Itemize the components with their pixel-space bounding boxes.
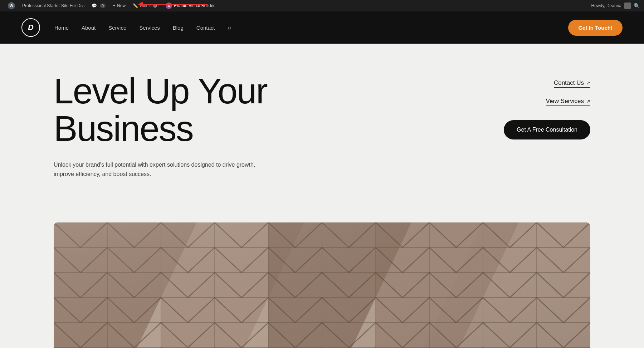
new-item[interactable]: + New (109, 0, 129, 11)
building-image (54, 222, 590, 348)
user-avatar (624, 3, 631, 9)
comment-count: 0 (100, 4, 106, 8)
nav-links: Home About Service Services Blog Contact… (54, 24, 231, 31)
enable-visual-builder-item[interactable]: D Enable Visual Builder (162, 0, 218, 11)
consultation-button[interactable]: Get A Free Consultation (504, 120, 590, 139)
hero-title: Level Up Your Business (54, 72, 333, 147)
enable-visual-builder-label: Enable Visual Builder (174, 3, 215, 8)
comment-icon: 💬 (92, 3, 97, 8)
nav-link-blog[interactable]: Blog (173, 25, 184, 31)
nav-link-contact[interactable]: Contact (196, 25, 215, 31)
nav-cta-button[interactable]: Get In Touch! (568, 20, 623, 36)
nav-bar: D Home About Service Services Blog Conta… (0, 11, 644, 44)
hero-subtitle: Unlock your brand's full potential with … (54, 160, 268, 178)
admin-bar: W Professional Starter Site For Divi 💬 0… (0, 0, 644, 11)
svg-rect-21 (54, 222, 590, 348)
site-title-label: Professional Starter Site For Divi (22, 3, 84, 8)
view-services-link[interactable]: View Services ↗ (546, 98, 590, 106)
view-services-arrow-icon: ↗ (586, 98, 590, 104)
wp-admin-item[interactable]: W (4, 0, 19, 11)
nav-search-icon[interactable]: ⌕ (228, 24, 231, 31)
admin-bar-left: W Professional Starter Site For Divi 💬 0… (4, 0, 591, 11)
divi-logo-icon: D (21, 18, 40, 37)
site-title-item[interactable]: Professional Starter Site For Divi (19, 0, 88, 11)
plus-icon: + (113, 3, 115, 8)
hero-right: Contact Us ↗ View Services ↗ Get A Free … (490, 72, 590, 139)
new-label: New (117, 3, 126, 8)
building-svg (54, 222, 590, 348)
hero-section: Level Up Your Business Unlock your brand… (0, 44, 644, 205)
wp-icon: W (8, 2, 15, 9)
nav-link-home[interactable]: Home (54, 25, 69, 31)
nav-left: D Home About Service Services Blog Conta… (21, 18, 231, 37)
edit-page-item[interactable]: ✏️ Edit Page (129, 0, 162, 11)
contact-us-arrow-icon: ↗ (586, 80, 590, 86)
edit-page-label: Edit Page (140, 3, 158, 8)
pencil-icon: ✏️ (133, 3, 138, 8)
howdy-text: Howdy, Deanna (591, 3, 622, 8)
contact-us-link[interactable]: Contact Us ↗ (554, 79, 590, 88)
admin-search-icon[interactable]: 🔍 (634, 3, 640, 9)
admin-bar-right: Howdy, Deanna 🔍 (591, 3, 640, 9)
nav-link-about[interactable]: About (82, 25, 96, 31)
hero-content: Level Up Your Business Unlock your brand… (54, 72, 590, 178)
divi-icon: D (166, 3, 172, 9)
nav-link-service[interactable]: Service (108, 25, 126, 31)
nav-logo[interactable]: D (21, 18, 40, 37)
hero-left: Level Up Your Business Unlock your brand… (54, 72, 333, 178)
comments-item[interactable]: 💬 0 (88, 0, 109, 11)
building-section (0, 205, 644, 348)
nav-link-services[interactable]: Services (139, 25, 160, 31)
